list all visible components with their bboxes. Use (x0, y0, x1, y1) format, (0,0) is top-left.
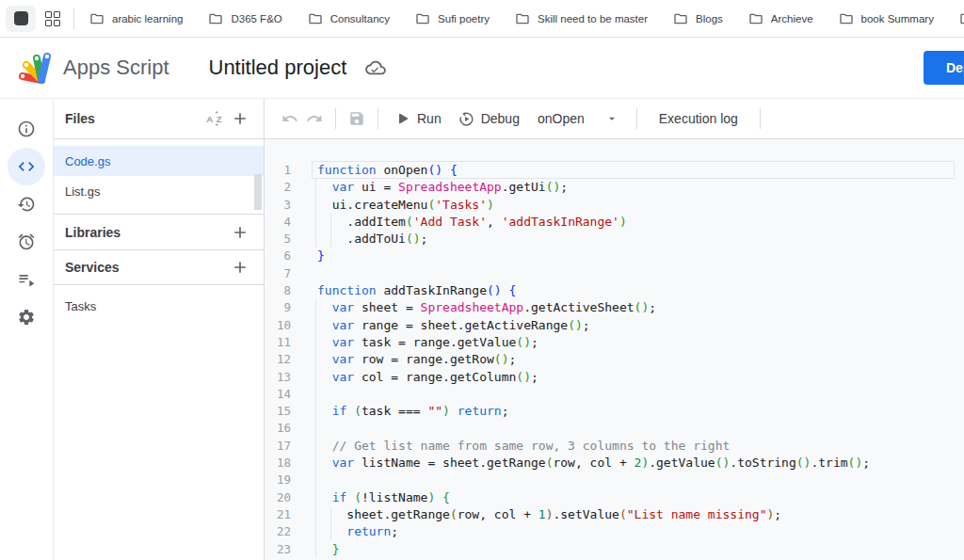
line-number[interactable]: 19 (265, 472, 291, 488)
code-line-content[interactable] (291, 472, 964, 488)
undo-button[interactable] (278, 106, 302, 131)
code-line-content[interactable]: var task = range.getValue(); (291, 334, 964, 351)
code-line[interactable]: 12 var row = range.getRow(); (265, 351, 964, 368)
browser-tab-button[interactable] (6, 6, 36, 32)
line-number[interactable]: 17 (265, 438, 291, 455)
line-number[interactable]: 8 (265, 282, 291, 299)
code-line[interactable]: 23 } (265, 541, 964, 558)
code-line-content[interactable]: function onOpen() { (291, 162, 964, 179)
execution-log-button[interactable]: Execution log (646, 111, 751, 126)
code-line[interactable]: 1function onOpen() { (265, 162, 964, 179)
code-line-content[interactable]: var row = range.getRow(); (291, 351, 964, 368)
code-line-content[interactable]: function addTaskInRange() { (291, 282, 964, 299)
line-number[interactable]: 23 (265, 541, 291, 558)
bookmark-item[interactable]: BA Business Analysis (959, 11, 964, 26)
code-line[interactable]: 13 var col = range.getColumn(); (265, 369, 964, 386)
line-number[interactable]: 1 (265, 162, 291, 179)
line-number[interactable]: 11 (265, 334, 291, 351)
line-number[interactable]: 12 (265, 351, 291, 368)
add-file-icon[interactable] (228, 106, 252, 131)
code-line[interactable]: 5 .addToUi(); (265, 231, 964, 248)
code-line-content[interactable]: } (291, 541, 964, 558)
code-line[interactable]: 22 return; (265, 523, 964, 540)
line-number[interactable]: 13 (265, 369, 291, 386)
code-line-content[interactable] (291, 386, 964, 403)
code-line-content[interactable]: var listName = sheet.getRange(row, col +… (291, 455, 964, 472)
code-line-content[interactable] (291, 420, 964, 437)
code-line[interactable]: 8function addTaskInRange() { (265, 282, 964, 299)
code-line[interactable]: 19 (265, 472, 964, 488)
files-scrollbar-thumb[interactable] (254, 174, 262, 210)
line-number[interactable]: 7 (265, 265, 291, 282)
code-line[interactable]: 11 var task = range.getValue(); (265, 334, 964, 351)
code-line-content[interactable]: sheet.getRange(row, col + 1).setValue("L… (291, 506, 964, 523)
code-line[interactable]: 15 if (task === "") return; (265, 403, 964, 420)
code-line[interactable]: 3 ui.createMenu('Tasks') (265, 197, 964, 214)
line-number[interactable]: 20 (265, 489, 291, 506)
line-number[interactable]: 9 (265, 299, 291, 316)
code-line-content[interactable]: if (!listName) { (291, 489, 964, 506)
line-number[interactable]: 5 (265, 231, 291, 248)
line-number[interactable]: 16 (265, 420, 291, 437)
code-line[interactable]: 6} (265, 248, 964, 264)
function-selector[interactable]: onOpen (528, 111, 628, 126)
service-item-tasks[interactable]: Tasks (54, 299, 264, 313)
code-line[interactable]: 17 // Get list name from same row, 3 col… (265, 438, 964, 455)
code-line[interactable]: 9 var sheet = SpreadsheetApp.getActiveSh… (265, 299, 964, 316)
line-number[interactable]: 22 (265, 523, 291, 540)
sidebar-item-executions[interactable] (8, 261, 45, 298)
bookmark-item[interactable]: Skill need to be master (515, 11, 648, 26)
code-line-content[interactable]: var ui = SpreadsheetApp.getUi(); (291, 179, 964, 196)
code-line[interactable]: 18 var listName = sheet.getRange(row, co… (265, 455, 964, 472)
code-line[interactable]: 20 if (!listName) { (265, 489, 964, 506)
code-line-content[interactable]: return; (291, 523, 964, 540)
code-line[interactable]: 7 (265, 265, 964, 282)
code-line-content[interactable]: // Get list name from same row, 3 column… (291, 438, 964, 455)
debug-button[interactable]: Debug (450, 111, 528, 127)
code-line-content[interactable]: .addItem('Add Task', 'addTaskInRange') (291, 214, 964, 231)
sidebar-item-editor[interactable] (8, 148, 45, 185)
line-number[interactable]: 14 (265, 386, 291, 403)
file-item-list-gs[interactable]: List.gs (54, 176, 264, 206)
run-button[interactable]: Run (387, 111, 450, 126)
apps-grid-icon[interactable] (45, 11, 60, 26)
code-line[interactable]: 4 .addItem('Add Task', 'addTaskInRange') (265, 214, 964, 231)
bookmark-item[interactable]: Archieve (748, 11, 813, 26)
file-item-code-gs[interactable]: Code.gs (54, 146, 264, 176)
line-number[interactable]: 3 (265, 197, 291, 214)
redo-button[interactable] (302, 106, 327, 131)
code-editor[interactable]: 1function onOpen() {2 var ui = Spreadshe… (265, 139, 964, 560)
code-line-content[interactable] (291, 265, 964, 282)
line-number[interactable]: 18 (265, 455, 291, 472)
deploy-button[interactable]: Deploy (924, 51, 964, 85)
code-line-content[interactable]: var sheet = SpreadsheetApp.getActiveShee… (291, 299, 964, 316)
code-line[interactable]: 14 (265, 386, 964, 403)
code-line-content[interactable]: .addToUi(); (291, 231, 964, 248)
save-button[interactable] (345, 106, 369, 131)
sidebar-item-project-history[interactable] (8, 185, 45, 223)
code-line-content[interactable]: var range = sheet.getActiveRange(); (291, 317, 964, 334)
project-title[interactable]: Untitled project (209, 56, 347, 80)
line-number[interactable]: 15 (265, 403, 291, 420)
code-line-content[interactable]: } (291, 248, 964, 264)
bookmark-item[interactable]: book Summary (839, 11, 934, 26)
bookmark-item[interactable]: arabic learning (89, 11, 183, 26)
code-line-content[interactable]: var col = range.getColumn(); (291, 369, 964, 386)
line-number[interactable]: 4 (265, 214, 291, 231)
code-line-content[interactable]: ui.createMenu('Tasks') (291, 197, 964, 214)
code-line[interactable]: 10 var range = sheet.getActiveRange(); (265, 317, 964, 334)
bookmark-item[interactable]: Consultancy (308, 11, 390, 26)
add-library-icon[interactable] (228, 220, 252, 245)
code-line[interactable]: 2 var ui = SpreadsheetApp.getUi(); (265, 179, 964, 196)
bookmark-item[interactable]: Blogs (673, 11, 723, 26)
sidebar-item-triggers[interactable] (8, 223, 45, 261)
bookmark-item[interactable]: Sufi poetry (415, 11, 490, 26)
sort-az-icon[interactable]: A Z (203, 106, 228, 131)
line-number[interactable]: 2 (265, 179, 291, 196)
code-line[interactable]: 21 sheet.getRange(row, col + 1).setValue… (265, 506, 964, 523)
line-number[interactable]: 6 (265, 248, 291, 264)
add-service-icon[interactable] (228, 255, 252, 280)
sidebar-item-overview[interactable] (8, 110, 45, 148)
line-number[interactable]: 10 (265, 317, 291, 334)
code-line[interactable]: 16 (265, 420, 964, 437)
